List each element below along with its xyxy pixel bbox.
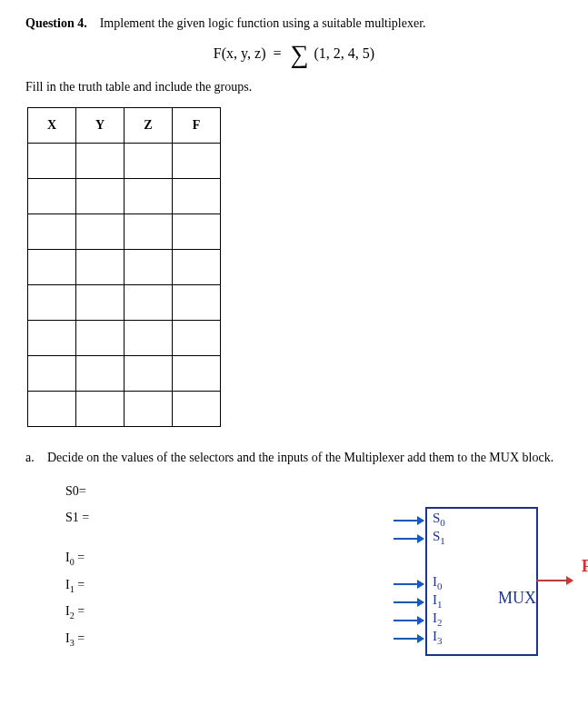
arrow-i1 [394, 601, 424, 603]
truth-table-instruction: Fill in the truth table and include the … [25, 80, 563, 94]
table-row [28, 356, 221, 392]
mux-diagram: MUX S0 S1 I0 I1 I2 I3 F [371, 498, 588, 680]
pin-i1: I1 [433, 592, 443, 610]
table-cell [173, 144, 221, 179]
table-row [28, 250, 221, 285]
question-line: Question 4. Implement the given logic fu… [25, 16, 563, 31]
th-y: Y [76, 108, 125, 144]
pin-i3: I3 [433, 629, 443, 646]
table-cell [28, 179, 76, 214]
part-a: a. Decide on the values of the selectors… [25, 451, 563, 465]
table-cell [125, 179, 173, 214]
pin-s0: S0 [433, 511, 445, 528]
table-cell [28, 144, 76, 179]
table-cell [173, 214, 221, 250]
table-cell [125, 250, 173, 285]
arrow-s1 [394, 538, 424, 540]
question-prompt: Implement the given logic function using… [100, 16, 426, 30]
formula-eq: = [273, 45, 281, 61]
table-cell [173, 356, 221, 392]
table-cell [173, 250, 221, 285]
arrow-i0 [394, 583, 424, 585]
table-cell [28, 214, 76, 250]
table-cell [76, 144, 125, 179]
pin-i2: I2 [433, 611, 443, 628]
arrow-s0 [394, 520, 424, 521]
table-cell [28, 392, 76, 427]
table-cell [125, 356, 173, 392]
table-cell [173, 392, 221, 427]
table-cell [76, 356, 125, 392]
table-cell [125, 392, 173, 427]
th-x: X [28, 108, 76, 144]
table-cell [173, 285, 221, 321]
table-cell [125, 285, 173, 321]
table-row [28, 392, 221, 427]
output-f: F [582, 557, 588, 576]
table-row [28, 285, 221, 321]
table-cell [76, 285, 125, 321]
table-cell [76, 250, 125, 285]
sigma-symbol: ∑ [291, 40, 309, 68]
table-cell [76, 179, 125, 214]
table-cell [76, 214, 125, 250]
question-label: Question 4. [25, 16, 87, 30]
formula: F(x, y, z) = ∑ (1, 2, 4, 5) [25, 40, 563, 69]
table-cell [76, 321, 125, 356]
table-row [28, 214, 221, 250]
formula-lhs: F(x, y, z) [214, 45, 266, 61]
pin-s1: S1 [433, 529, 445, 546]
table-cell [125, 321, 173, 356]
part-a-text: Decide on the values of the selectors an… [47, 451, 563, 465]
part-a-label: a. [25, 451, 47, 465]
table-cell [76, 392, 125, 427]
arrow-i2 [394, 620, 424, 621]
table-cell [173, 321, 221, 356]
truth-table: X Y Z F [27, 107, 221, 427]
table-cell [28, 250, 76, 285]
arrow-out [536, 580, 573, 581]
table-row [28, 144, 221, 179]
table-cell [173, 179, 221, 214]
table-row [28, 321, 221, 356]
mux-name: MUX [498, 589, 536, 608]
table-cell [28, 321, 76, 356]
pin-i0: I0 [433, 574, 443, 591]
table-cell [125, 144, 173, 179]
th-z: Z [125, 108, 173, 144]
formula-args: (1, 2, 4, 5) [314, 45, 374, 61]
arrow-i3 [394, 638, 424, 640]
table-row [28, 179, 221, 214]
table-cell [125, 214, 173, 250]
table-cell [28, 285, 76, 321]
table-cell [28, 356, 76, 392]
th-f: F [173, 108, 221, 144]
